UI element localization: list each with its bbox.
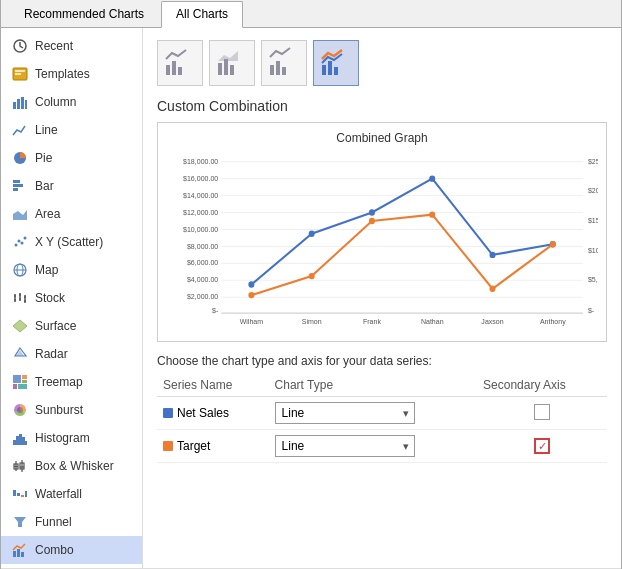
sidebar-item-box-whisker[interactable]: Box & Whisker [1,452,142,480]
sidebar-item-area[interactable]: Area [1,200,142,228]
svg-text:$4,000.00: $4,000.00 [187,275,218,284]
sidebar-label-combo: Combo [35,543,74,557]
svg-text:Simon: Simon [302,317,322,326]
tab-recommended-charts[interactable]: Recommended Charts [9,1,159,27]
tabs-row: Recommended Charts All Charts [1,0,621,28]
sidebar-item-funnel[interactable]: Funnel [1,508,142,536]
chart-type-select-wrapper-target[interactable]: Line Column Area [275,435,415,457]
sidebar-item-sunburst[interactable]: Sunburst [1,396,142,424]
svg-rect-58 [172,61,176,75]
svg-rect-50 [17,493,20,496]
svg-rect-36 [18,384,27,389]
th-chart-type: Chart Type [269,374,477,397]
section-title: Custom Combination [157,98,607,114]
secondary-axis-checkbox-net-sales[interactable] [534,404,550,420]
box-whisker-icon [11,457,29,475]
combo-icon-3[interactable] [261,40,307,86]
sidebar-item-treemap[interactable]: Treemap [1,368,142,396]
svg-rect-49 [13,490,16,496]
sidebar-item-combo[interactable]: Combo [1,536,142,564]
svg-text:$6,000.00: $6,000.00 [187,258,218,267]
chart-type-select-net-sales[interactable]: Line Column Area [275,402,415,424]
series-color-target [163,441,173,451]
sidebar-item-radar[interactable]: Radar [1,340,142,368]
sidebar-label-treemap: Treemap [35,375,83,389]
sidebar-label-templates: Templates [35,67,90,81]
sidebar-label-bar: Bar [35,179,54,193]
sidebar-label-sunburst: Sunburst [35,403,83,417]
chart-type-cell-target: Line Column Area [269,430,477,463]
sidebar-item-waterfall[interactable]: Waterfall [1,480,142,508]
svg-point-13 [15,244,18,247]
svg-point-107 [550,241,556,247]
svg-rect-68 [328,61,332,75]
svg-point-96 [248,281,254,287]
sidebar-item-recent[interactable]: Recent [1,32,142,60]
svg-rect-9 [13,180,20,183]
chart-type-select-wrapper-net-sales[interactable]: Line Column Area [275,402,415,424]
chart-type-select-target[interactable]: Line Column Area [275,435,415,457]
svg-marker-53 [14,517,26,527]
svg-rect-64 [270,65,274,75]
scatter-icon [11,233,29,251]
combo-icon-2[interactable] [209,40,255,86]
combo-icon-4[interactable] [313,40,359,86]
svg-rect-38 [13,440,16,445]
svg-text:$18,000.00: $18,000.00 [183,157,218,166]
sidebar-item-templates[interactable]: Templates [1,60,142,88]
radar-icon [11,345,29,363]
svg-rect-56 [21,552,24,557]
svg-point-103 [309,273,315,279]
svg-rect-60 [218,63,222,75]
svg-point-15 [21,242,24,245]
sidebar-label-map: Map [35,263,58,277]
svg-point-102 [248,292,254,298]
sidebar: Recent Templates Column Line [1,28,143,568]
sidebar-item-stock[interactable]: Stock [1,284,142,312]
svg-point-99 [429,175,435,181]
svg-text:$20,000.00: $20,000.00 [588,186,598,195]
sidebar-item-column[interactable]: Column [1,88,142,116]
sidebar-item-scatter[interactable]: X Y (Scatter) [1,228,142,256]
svg-point-98 [369,209,375,215]
svg-rect-35 [13,384,17,389]
svg-rect-69 [334,67,338,75]
svg-text:Nathan: Nathan [421,317,444,326]
svg-rect-34 [22,380,27,383]
svg-rect-41 [22,437,25,445]
svg-rect-54 [13,551,16,557]
svg-rect-33 [22,375,27,379]
combo-icon-1[interactable] [157,40,203,86]
histogram-icon [11,429,29,447]
chart-type-icons-row [157,40,607,86]
sidebar-item-bar[interactable]: Bar [1,172,142,200]
series-color-net-sales [163,408,173,418]
svg-text:$8,000.00: $8,000.00 [187,241,218,250]
tab-all-charts[interactable]: All Charts [161,1,243,28]
th-secondary-axis: Secondary Axis [477,374,607,397]
svg-text:$16,000.00: $16,000.00 [183,174,218,183]
secondary-axis-cell-net-sales [477,397,607,430]
svg-point-100 [489,252,495,258]
svg-marker-29 [13,320,27,332]
table-row: Target Line Column Area [157,430,607,463]
treemap-icon [11,373,29,391]
sidebar-label-surface: Surface [35,319,76,333]
sidebar-item-line[interactable]: Line [1,116,142,144]
svg-rect-10 [13,184,23,187]
series-name-cell: Net Sales [157,397,269,430]
svg-text:$14,000.00: $14,000.00 [183,191,218,200]
sidebar-item-histogram[interactable]: Histogram [1,424,142,452]
sidebar-item-surface[interactable]: Surface [1,312,142,340]
secondary-axis-checkbox-target[interactable] [534,438,550,454]
choose-label: Choose the chart type and axis for your … [157,354,607,368]
sidebar-item-pie[interactable]: Pie [1,144,142,172]
svg-rect-42 [25,441,27,445]
svg-point-105 [429,211,435,217]
svg-rect-4 [13,102,16,109]
secondary-axis-cell-target [477,430,607,463]
svg-text:$-: $- [588,306,595,315]
sidebar-item-map[interactable]: Map [1,256,142,284]
svg-rect-59 [178,67,182,75]
svg-rect-66 [282,67,286,75]
